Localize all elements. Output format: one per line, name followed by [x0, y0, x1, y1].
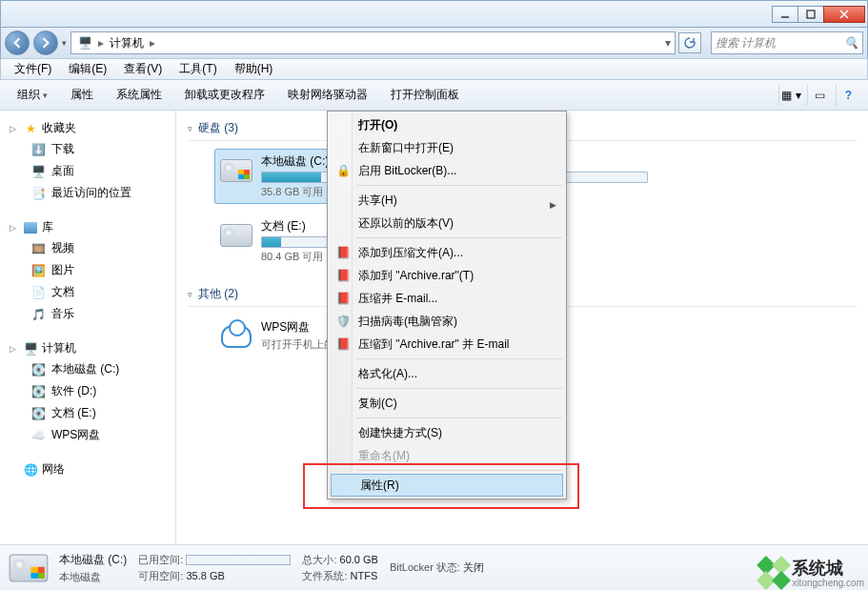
download-icon: ⬇️	[30, 142, 46, 157]
details-pane: 本地磁盘 (C:) 本地磁盘 已用空间: 可用空间: 35.8 GB 总大小: …	[0, 544, 868, 590]
search-input[interactable]: 搜索 计算机 🔍	[711, 31, 863, 54]
drive-icon: 💽	[30, 406, 46, 421]
libraries-icon	[23, 220, 38, 235]
computer-icon: 🖥️	[23, 341, 38, 356]
favorites-icon: ★	[23, 121, 38, 136]
menu-bar: 文件(F) 编辑(E) 查看(V) 工具(T) 帮助(H)	[0, 59, 868, 80]
maximize-button[interactable]	[797, 6, 824, 23]
menu-file[interactable]: 文件(F)	[7, 59, 59, 79]
tree-documents[interactable]: 📄文档	[4, 281, 172, 303]
drive-icon	[10, 554, 49, 581]
drive-icon	[220, 159, 252, 182]
section-hdd: 硬盘 (3)	[198, 120, 238, 136]
tb-system-properties[interactable]: 系统属性	[107, 83, 172, 107]
ctx-create-shortcut[interactable]: 创建快捷方式(S)	[330, 421, 564, 444]
tree-pictures[interactable]: 🖼️图片	[4, 259, 172, 281]
winrar-icon: 📕	[333, 292, 353, 305]
section-collapse-icon[interactable]: ▿	[188, 290, 192, 299]
ctx-compress-rar-email[interactable]: 📕压缩到 "Archive.rar" 并 E-mail	[330, 333, 564, 356]
tree-favorites[interactable]: 收藏夹	[42, 120, 76, 136]
tb-map-drive[interactable]: 映射网络驱动器	[278, 83, 377, 107]
tree-wps[interactable]: ☁️WPS网盘	[4, 424, 172, 446]
view-mode-button[interactable]: ▦ ▾	[778, 85, 803, 106]
menu-edit[interactable]: 编辑(E)	[61, 59, 114, 79]
tree-drive-e[interactable]: 💽文档 (E:)	[4, 402, 172, 424]
back-button[interactable]	[5, 31, 30, 55]
cloud-icon	[221, 325, 252, 348]
search-placeholder: 搜索 计算机	[716, 35, 776, 51]
help-button[interactable]: ?	[836, 85, 860, 106]
ctx-format[interactable]: 格式化(A)...	[330, 362, 564, 385]
video-icon: 🎞️	[30, 241, 46, 256]
ctx-open[interactable]: 打开(O)	[330, 113, 564, 136]
tree-desktop[interactable]: 🖥️桌面	[4, 160, 172, 182]
ctx-rename: 重命名(M)	[330, 444, 564, 467]
section-other: 其他 (2)	[198, 286, 238, 302]
navigation-bar: ▾ 🖥️ ▸ 计算机 ▸ ▾ 搜索 计算机 🔍	[0, 27, 868, 59]
breadcrumb-segment[interactable]: 计算机	[106, 35, 148, 51]
drive-icon	[220, 224, 252, 247]
menu-help[interactable]: 帮助(H)	[227, 59, 281, 79]
ctx-bitlocker[interactable]: 🔒启用 BitLocker(B)...	[330, 159, 564, 182]
tree-music[interactable]: 🎵音乐	[4, 303, 172, 325]
ctx-restore-previous[interactable]: 还原以前的版本(V)	[330, 212, 564, 234]
command-toolbar: 组织 属性 系统属性 卸载或更改程序 映射网络驱动器 打开控制面板 ▦ ▾ ▭ …	[0, 80, 868, 111]
tb-control-panel[interactable]: 打开控制面板	[381, 83, 469, 107]
tree-computer[interactable]: 计算机	[42, 340, 76, 356]
cloud-icon: ☁️	[30, 428, 46, 443]
tree-downloads[interactable]: ⬇️下载	[4, 138, 172, 160]
address-bar[interactable]: 🖥️ ▸ 计算机 ▸ ▾	[71, 31, 676, 54]
ctx-copy[interactable]: 复制(C)	[330, 392, 564, 415]
menu-tools[interactable]: 工具(T)	[172, 59, 224, 79]
tree-network[interactable]: 网络	[42, 461, 65, 478]
close-button[interactable]	[823, 6, 865, 23]
winrar-icon: 📕	[333, 337, 353, 351]
tree-drive-d[interactable]: 💽软件 (D:)	[4, 380, 172, 402]
drive-icon: 💽	[30, 384, 46, 399]
ctx-open-new-window[interactable]: 在新窗口中打开(E)	[330, 136, 564, 159]
tb-organize[interactable]: 组织	[8, 83, 57, 107]
mini-usage-bar	[186, 555, 291, 565]
desktop-icon: 🖥️	[30, 164, 46, 179]
document-icon: 📄	[30, 285, 46, 300]
drive-icon: 💽	[30, 362, 46, 377]
network-icon: 🌐	[23, 462, 38, 478]
watermark: 系统城 xitongcheng.com	[759, 557, 864, 588]
ctx-compress-email[interactable]: 📕压缩并 E-mail...	[330, 287, 564, 310]
ctx-scan-virus[interactable]: 🛡️扫描病毒(电脑管家)	[330, 310, 564, 333]
forward-button[interactable]	[33, 31, 58, 55]
svg-rect-1	[807, 10, 815, 18]
search-icon: 🔍	[844, 36, 858, 50]
picture-icon: 🖼️	[30, 263, 46, 278]
recent-icon: 📑	[30, 186, 46, 201]
ctx-properties[interactable]: 属性(R)	[331, 474, 563, 497]
context-menu: 打开(O) 在新窗口中打开(E) 🔒启用 BitLocker(B)... 共享(…	[327, 111, 567, 499]
content-area: ▿硬盘 (3) 本地磁盘 (C:) 35.8 GB 可用，共 60 软件 (D:…	[176, 111, 868, 544]
tree-drive-c[interactable]: 💽本地磁盘 (C:)	[4, 358, 172, 380]
winrar-icon: 📕	[333, 246, 353, 259]
ctx-add-archive[interactable]: 📕添加到压缩文件(A)...	[330, 241, 564, 264]
bitlocker-icon: 🔒	[333, 164, 353, 177]
menu-view[interactable]: 查看(V)	[116, 59, 170, 79]
refresh-button[interactable]	[678, 32, 701, 53]
computer-icon: 🖥️	[77, 35, 92, 51]
tree-videos[interactable]: 🎞️视频	[4, 237, 172, 259]
winrar-icon: 📕	[333, 269, 353, 282]
section-collapse-icon[interactable]: ▿	[188, 124, 192, 133]
tree-libraries[interactable]: 库	[42, 219, 53, 235]
ctx-share[interactable]: 共享(H)	[330, 189, 564, 212]
tb-properties[interactable]: 属性	[61, 83, 103, 107]
breadcrumb-dropdown-icon[interactable]: ▾	[663, 36, 673, 50]
tree-recent[interactable]: 📑最近访问的位置	[4, 182, 172, 204]
navigation-tree: ▷★收藏夹 ⬇️下载 🖥️桌面 📑最近访问的位置 ▷库 🎞️视频 🖼️图片 📄文…	[0, 111, 176, 544]
preview-pane-button[interactable]: ▭	[807, 85, 832, 106]
antivirus-icon: 🛡️	[333, 315, 353, 328]
window-titlebar	[0, 0, 868, 27]
music-icon: 🎵	[30, 307, 46, 322]
tb-uninstall[interactable]: 卸载或更改程序	[175, 83, 274, 107]
ctx-add-to-rar[interactable]: 📕添加到 "Archive.rar"(T)	[330, 264, 564, 287]
minimize-button[interactable]	[772, 6, 798, 23]
